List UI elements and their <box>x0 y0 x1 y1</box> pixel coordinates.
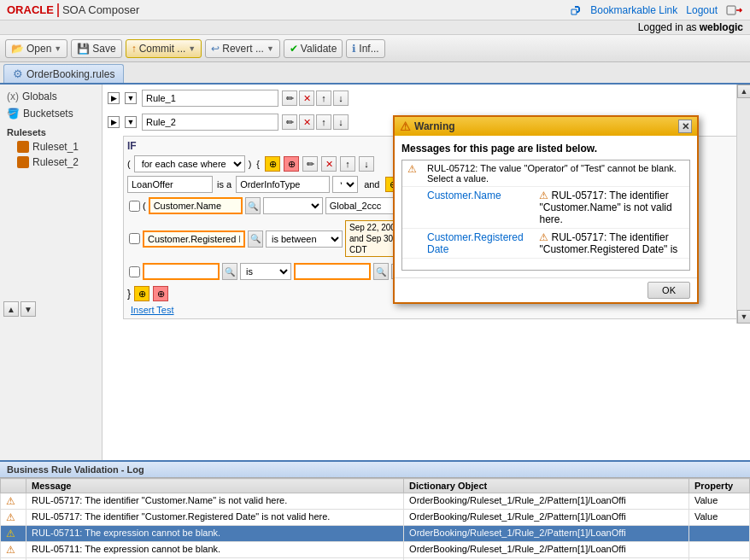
globals-label: Globals <box>22 90 57 102</box>
rule2-expand[interactable]: ▶ <box>108 116 120 128</box>
toolbar: 📂 Open ▼ 💾 Save ↑ Commit ... ▼ ↩ Revert … <box>0 35 750 62</box>
cond1-paren: ( <box>143 201 146 211</box>
warn-icon-3: ⚠ <box>539 231 548 243</box>
rule2-edit-btn[interactable]: ✏ <box>282 114 297 130</box>
warn-icon-1: ⚠ <box>407 163 417 175</box>
dialog-link-1[interactable]: Customer.Name <box>427 190 501 201</box>
log-row-icon: ⚠ <box>1 542 26 558</box>
sidebar-item-ruleset1[interactable]: Ruleset_1 <box>3 139 98 155</box>
top-bar: ORACLE SOA Composer Bookmarkable Link Lo… <box>0 0 750 20</box>
rule2-delete-btn[interactable]: ✕ <box>299 114 314 130</box>
scroll-up-btn[interactable]: ▲ <box>737 85 750 98</box>
sidebar-item-globals[interactable]: (x) Globals <box>3 88 98 105</box>
cond1-search-btn[interactable]: 🔍 <box>245 197 261 214</box>
commit-button[interactable]: ↑ Commit ... ▼ <box>126 39 202 58</box>
rule1-delete-btn[interactable]: ✕ <box>299 90 314 106</box>
for-each-dropdown[interactable]: for each case where <box>134 155 245 172</box>
cond3-right-input[interactable] <box>294 263 371 280</box>
log-row-message: RUL-05717: The identifier "Customer.Regi… <box>26 510 404 526</box>
log-row-dict: OrderBooking/Ruleset_1/Rule_2/Pattern[1]… <box>404 510 689 526</box>
dialog-row-1: ⚠ RUL-05712: The value "Operator" of "Te… <box>402 160 689 187</box>
content-area: (x) Globals 🪣 Bucketsets Rulesets Rulese… <box>0 85 750 460</box>
dialog-footer: OK <box>395 277 697 302</box>
rule1-name-input[interactable] <box>142 90 278 107</box>
dialog-link-2[interactable]: Customer.Registered Date <box>427 231 524 255</box>
logout-link[interactable]: Logout <box>686 4 718 16</box>
sidebar-item-bucketsets[interactable]: 🪣 Bucketsets <box>3 105 98 122</box>
extra-add-or-btn[interactable]: ⊕ <box>153 286 168 301</box>
condition-edit-btn[interactable]: ✏ <box>302 156 318 172</box>
order-info-type-input[interactable] <box>236 176 330 193</box>
loan-offer-input[interactable] <box>127 176 213 193</box>
rule2-expand2[interactable]: ▼ <box>125 116 137 128</box>
insert-test-link[interactable]: Insert Test <box>131 305 742 315</box>
cond1-operator-select[interactable] <box>263 197 323 214</box>
dialog-title-left: ⚠ Warning <box>400 120 455 133</box>
warning-triangle-icon: ⚠ <box>400 120 411 133</box>
condition-up-btn[interactable]: ↑ <box>340 156 355 172</box>
extra-add-and-btn[interactable]: ⊕ <box>134 286 149 301</box>
file-tab-bar: ⚙ OrderBooking.rules <box>0 62 750 85</box>
cond2-operator-select[interactable]: is between <box>266 230 343 248</box>
cond3-search-btn[interactable]: 🔍 <box>222 263 237 280</box>
scroll-down-btn[interactable]: ▼ <box>737 310 750 324</box>
type-select[interactable]: ▼ <box>332 176 358 193</box>
dialog-msg-1: RUL-05712: The value "Operator" of "Test… <box>422 160 689 187</box>
nav-up-btn[interactable]: ▲ <box>3 301 19 317</box>
svg-rect-1 <box>727 6 735 15</box>
add-or-btn[interactable]: ⊕ <box>284 156 299 172</box>
bucketsets-icon: 🪣 <box>7 108 20 120</box>
paren-open: ( <box>127 159 131 169</box>
folder-icon: 📂 <box>11 43 24 55</box>
dialog-ok-button[interactable]: OK <box>647 282 690 299</box>
rule2-up-btn[interactable]: ↑ <box>316 114 331 130</box>
log-row-property <box>688 542 749 558</box>
rules-icon: ⚙ <box>13 67 23 80</box>
save-button[interactable]: 💾 Save <box>71 39 121 58</box>
validate-button[interactable]: ✔ Validate <box>284 39 343 58</box>
rule1-up-btn[interactable]: ↑ <box>316 90 331 106</box>
rule2-down-btn[interactable]: ↓ <box>333 114 349 130</box>
log-row[interactable]: ⚠RUL-05717: The identifier "Customer.Nam… <box>1 493 750 510</box>
cond2-checkbox[interactable] <box>129 233 140 244</box>
logged-in-bar: Logged in as weblogic <box>0 20 750 35</box>
rule1-edit-btn[interactable]: ✏ <box>282 90 297 106</box>
log-row[interactable]: ⚠RUL-05711: The expression cannot be bla… <box>1 542 750 558</box>
rule1-down-btn[interactable]: ↓ <box>333 90 349 106</box>
add-and-btn[interactable]: ⊕ <box>265 156 280 172</box>
dialog-scroll-area[interactable]: ⚠ RUL-05712: The value "Operator" of "Te… <box>401 160 690 271</box>
sidebar-item-ruleset2[interactable]: Ruleset_2 <box>3 155 98 170</box>
nav-down-btn[interactable]: ▼ <box>21 301 36 317</box>
info-button[interactable]: ℹ Inf... <box>346 39 384 58</box>
condition-down-btn[interactable]: ↓ <box>359 156 374 172</box>
log-row-dict: OrderBooking/Ruleset_1/Rule_2/Pattern[1]… <box>404 493 689 510</box>
file-tab[interactable]: ⚙ OrderBooking.rules <box>3 64 124 83</box>
warning-dialog: ⚠ Warning ✕ Messages for this page are l… <box>393 115 699 304</box>
dialog-messages-table: ⚠ RUL-05712: The value "Operator" of "Te… <box>402 160 689 259</box>
rule1-expand2[interactable]: ▼ <box>125 92 137 104</box>
cond1-value-input[interactable] <box>325 197 394 214</box>
cond3-checkbox[interactable] <box>129 266 140 277</box>
dialog-close-button[interactable]: ✕ <box>678 120 692 133</box>
rule2-name-input[interactable] <box>142 114 278 131</box>
cond3-value-search-btn[interactable]: 🔍 <box>373 263 389 280</box>
cond1-checkbox[interactable] <box>129 201 140 212</box>
cond3-operator-select[interactable]: is <box>240 263 291 280</box>
open-dropdown-arrow: ▼ <box>54 44 62 53</box>
cond3-left-input[interactable] <box>143 263 220 280</box>
rule1-row: ▶ ▼ ✏ ✕ ↑ ↓ <box>106 88 747 108</box>
top-bar-right: Bookmarkable Link Logout <box>570 4 743 16</box>
cond2-search-btn[interactable]: 🔍 <box>248 230 263 248</box>
log-row[interactable]: ⚠RUL-05717: The identifier "Customer.Reg… <box>1 510 750 526</box>
customer-name-input[interactable] <box>149 197 243 214</box>
revert-button[interactable]: ↩ Revert ... ▼ <box>205 39 280 58</box>
bookmarkable-link[interactable]: Bookmarkable Link <box>590 4 677 16</box>
open-button[interactable]: 📂 Open ▼ <box>5 39 67 58</box>
condition-delete-btn[interactable]: ✕ <box>321 156 337 172</box>
rule1-expand[interactable]: ▶ <box>108 92 120 104</box>
dialog-row-3: Customer.Registered Date ⚠ RUL-05717: Th… <box>402 229 689 259</box>
customer-reg-date-input[interactable] <box>143 230 245 248</box>
log-row[interactable]: ⚠RUL-05711: The expression cannot be bla… <box>1 526 750 542</box>
right-scrollbar[interactable]: ▲ ▼ <box>736 85 750 324</box>
ruleset1-label: Ruleset_1 <box>32 141 79 153</box>
